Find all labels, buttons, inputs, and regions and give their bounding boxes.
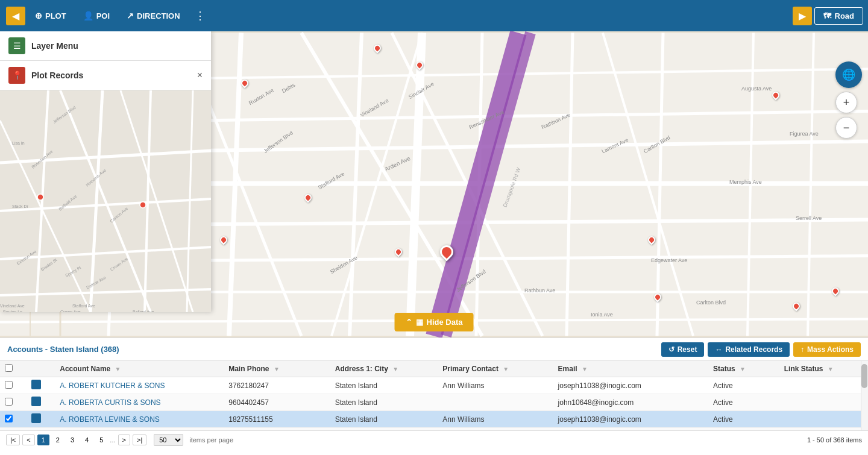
next-page-btn[interactable]: >	[118, 435, 130, 445]
account-name-label: Account Name	[60, 365, 110, 373]
layer-panel: ☰ Layer Menu 📍 Plot Records ×	[0, 31, 211, 312]
compass-btn[interactable]: 🌐	[835, 61, 862, 88]
related-label: Related Records	[725, 345, 782, 354]
bottom-panel: Accounts - Staten Island (368) ↺ Reset ↔…	[0, 337, 868, 455]
direction-btn[interactable]: ↗ DIRECTION	[119, 7, 187, 24]
svg-text:Ballard Ave: Ballard Ave	[133, 310, 154, 312]
page-3-btn[interactable]: 3	[66, 435, 78, 445]
pagination: |< < 1 2 3 4 5 ... > >| 50 25 100 items …	[0, 430, 868, 448]
select-all-checkbox[interactable]	[5, 364, 13, 372]
table-row[interactable]: A. ROBERTA LEVINE & SONS 18275511155 Sta…	[0, 411, 868, 428]
reset-label: Reset	[678, 345, 697, 354]
header-email: Email ▼	[553, 361, 709, 377]
email-filter-icon[interactable]: ▼	[582, 366, 588, 372]
table-row[interactable]: A. ROBERT KUTCHER & SONS 3762180247 Stat…	[0, 377, 868, 394]
mini-map[interactable]: Lisa In Stack Dr Jefferson Blvd Rosedale…	[0, 90, 211, 312]
page-dots: ...	[110, 436, 115, 444]
top-toolbar: ◀ ⊕ PLOT 👤 POI ↗ DIRECTION ⋮ ▶ 🗺 Road	[0, 0, 868, 31]
page-2-btn[interactable]: 2	[52, 435, 64, 445]
row-checkbox-0[interactable]	[5, 381, 13, 389]
reset-icon: ↺	[668, 345, 675, 354]
status-label: Status	[713, 365, 735, 373]
link-status-cell	[779, 411, 868, 428]
road-btn[interactable]: 🗺 Road	[814, 7, 864, 25]
hide-data-label: Hide Data	[427, 318, 463, 327]
expand-btn[interactable]: ▶	[793, 7, 812, 25]
svg-text:Lisa In: Lisa In	[12, 141, 25, 145]
svg-text:Ionia Ave: Ionia Ave	[591, 312, 613, 318]
header-address-city: Address 1: City ▼	[330, 361, 438, 377]
account-name-cell: A. ROBERTA CURTIS & SONS	[55, 394, 224, 411]
table-scroll: Account Name ▼ Main Phone ▼ Address 1: C…	[0, 361, 868, 430]
account-name-link[interactable]: A. ROBERTA CURTIS & SONS	[60, 398, 160, 407]
plot-records-header: 📍 Plot Records ×	[0, 61, 211, 90]
per-page-select[interactable]: 50 25 100	[154, 434, 183, 446]
row-checkbox-2[interactable]	[5, 415, 13, 422]
email-label: Email	[558, 365, 577, 373]
email-cell: joseph11038@inogic.com	[553, 411, 709, 428]
table-row[interactable]: A. ROBERTA CURTIS & SONS 9604402457 Stat…	[0, 394, 868, 411]
status-filter-icon[interactable]: ▼	[740, 366, 746, 372]
close-plot-records-btn[interactable]: ×	[197, 70, 203, 81]
header-link-status: Link Status ▼	[779, 361, 868, 377]
table-body: A. ROBERT KUTCHER & SONS 3762180247 Stat…	[0, 377, 868, 431]
page-4-btn[interactable]: 4	[81, 435, 93, 445]
phone-filter-icon[interactable]: ▼	[274, 366, 280, 372]
city-filter-icon[interactable]: ▼	[392, 366, 398, 372]
zoom-in-btn[interactable]: +	[835, 92, 857, 113]
svg-text:Figurea Ave: Figurea Ave	[790, 131, 819, 137]
mass-actions-btn[interactable]: ↑ Mass Actions	[793, 342, 861, 357]
table-header: Account Name ▼ Main Phone ▼ Address 1: C…	[0, 361, 868, 377]
road-label: Road	[835, 11, 855, 20]
bottom-header: Accounts - Staten Island (368) ↺ Reset ↔…	[0, 338, 868, 361]
table-wrapper[interactable]: Account Name ▼ Main Phone ▼ Address 1: C…	[0, 361, 868, 430]
svg-point-81	[140, 202, 146, 208]
prev-page-btn[interactable]: <	[22, 435, 34, 445]
contact-cell	[438, 394, 553, 411]
first-page-btn[interactable]: |<	[6, 435, 20, 445]
last-page-btn[interactable]: >|	[133, 435, 146, 445]
page-1-btn[interactable]: 1	[37, 435, 49, 445]
plot-btn[interactable]: ⊕ PLOT	[28, 7, 74, 24]
contact-cell: Ann Williams	[438, 411, 553, 428]
reset-btn[interactable]: ↺ Reset	[661, 342, 705, 357]
plot-label: PLOT	[45, 11, 66, 20]
account-filter-icon[interactable]: ▼	[115, 366, 121, 372]
link-status-label: Link Status	[784, 365, 823, 373]
header-checkbox-col	[0, 361, 27, 377]
link-status-cell	[779, 377, 868, 394]
account-name-link[interactable]: A. ROBERT KUTCHER & SONS	[60, 381, 165, 390]
more-options-btn[interactable]: ⋮	[190, 7, 210, 25]
row-checkbox-cell	[0, 428, 27, 431]
row-checkbox-1[interactable]	[5, 398, 13, 406]
account-name-link[interactable]: A. ROBERTA LEVINE & SONS	[60, 415, 160, 424]
plot-icon: ⊕	[35, 11, 42, 20]
related-records-btn[interactable]: ↔ Related Records	[708, 342, 790, 357]
zoom-out-btn[interactable]: −	[835, 117, 857, 139]
scrollbar-thumb[interactable]	[861, 364, 867, 388]
header-main-phone: Main Phone ▼	[224, 361, 330, 377]
status-badge: Active	[713, 398, 733, 407]
page-5-btn[interactable]: 5	[95, 435, 107, 445]
link-filter-icon[interactable]: ▼	[828, 366, 834, 372]
collapse-panel-btn[interactable]: ◀	[6, 7, 25, 25]
road-map-icon: 🗺	[823, 11, 831, 20]
email-cell: joseph11038@inogic.com	[553, 428, 709, 431]
svg-text:Rathbun Ave: Rathbun Ave	[524, 287, 555, 293]
contact-filter-icon[interactable]: ▼	[503, 366, 509, 372]
link-status-cell	[779, 428, 868, 431]
contact-cell: Ann Williams	[438, 377, 553, 394]
header-primary-contact: Primary Contact ▼	[438, 361, 553, 377]
plot-records-label: Plot Records	[31, 71, 191, 80]
header-account-name: Account Name ▼	[55, 361, 224, 377]
svg-text:Bouton Ln: Bouton Ln	[3, 310, 22, 312]
poi-btn[interactable]: 👤 POI	[76, 7, 117, 24]
row-icon-cell	[27, 394, 55, 411]
row-icon-cell	[27, 411, 55, 428]
table-row[interactable]: A. ROBERTA WOELFLING & ... 43752809634 S…	[0, 428, 868, 431]
hide-data-btn[interactable]: ⌃ ▦ Hide Data	[395, 313, 474, 331]
scrollbar-y[interactable]	[861, 361, 868, 430]
layer-menu-icon: ☰	[8, 37, 25, 54]
svg-text:Stack Dr: Stack Dr	[12, 204, 29, 209]
svg-text:Augusta Ave: Augusta Ave	[741, 86, 772, 92]
